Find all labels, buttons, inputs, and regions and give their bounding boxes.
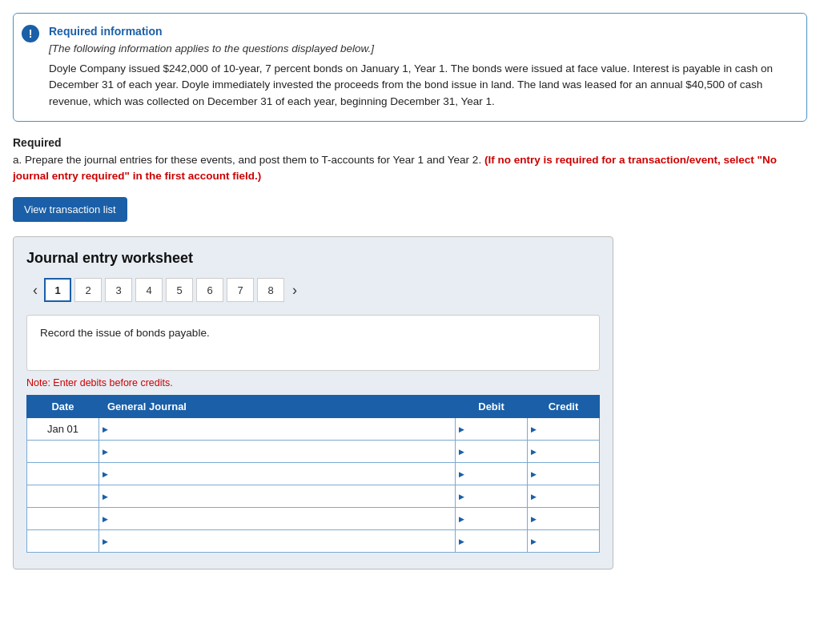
debit-cell-2[interactable] xyxy=(456,463,528,485)
journal-cell-0[interactable] xyxy=(99,418,456,441)
pagination: ‹ 12345678 › xyxy=(26,278,600,302)
required-section: Required a. Prepare the journal entries … xyxy=(13,136,807,185)
credit-cell-1[interactable] xyxy=(528,441,600,463)
page-num-5[interactable]: 5 xyxy=(166,278,193,302)
debit-cell-5[interactable] xyxy=(456,530,528,553)
table-row xyxy=(27,508,600,530)
date-cell-3 xyxy=(27,485,99,508)
info-body: Doyle Company issued $242,000 of 10-year… xyxy=(49,61,794,110)
date-cell-1 xyxy=(27,441,99,463)
journal-table: Date General Journal Debit Credit Jan 01 xyxy=(26,395,600,553)
required-body: a. Prepare the journal entries for these… xyxy=(13,152,807,185)
credit-cell-4[interactable] xyxy=(528,508,600,530)
journal-entry-worksheet: Journal entry worksheet ‹ 12345678 › Rec… xyxy=(13,236,613,570)
info-title: Required information xyxy=(49,25,794,38)
col-header-debit: Debit xyxy=(456,396,528,418)
credit-input-3[interactable] xyxy=(538,485,599,507)
page-num-2[interactable]: 2 xyxy=(74,278,102,302)
table-row: Jan 01 xyxy=(27,418,600,441)
journal-cell-2[interactable] xyxy=(99,463,456,485)
debit-cell-4[interactable] xyxy=(456,508,528,530)
credit-cell-0[interactable] xyxy=(528,418,600,441)
page-num-8[interactable]: 8 xyxy=(257,278,284,302)
pagination-prev-button[interactable]: ‹ xyxy=(26,279,44,302)
view-transaction-list-button[interactable]: View transaction list xyxy=(13,197,127,222)
journal-cell-5[interactable] xyxy=(99,530,456,553)
date-cell-5 xyxy=(27,530,99,553)
journal-input-0[interactable] xyxy=(110,418,455,440)
table-row xyxy=(27,463,600,485)
debit-cell-0[interactable] xyxy=(456,418,528,441)
credit-input-0[interactable] xyxy=(538,418,599,440)
date-cell-4 xyxy=(27,508,99,530)
info-box: ! Required information [The following in… xyxy=(13,13,807,122)
debit-cell-1[interactable] xyxy=(456,441,528,463)
col-header-credit: Credit xyxy=(528,396,600,418)
debit-input-1[interactable] xyxy=(466,441,527,462)
journal-input-4[interactable] xyxy=(110,508,455,529)
page-num-6[interactable]: 6 xyxy=(196,278,223,302)
debit-input-2[interactable] xyxy=(466,463,527,485)
debit-input-4[interactable] xyxy=(466,508,527,529)
journal-input-5[interactable] xyxy=(110,530,455,552)
col-header-date: Date xyxy=(27,396,99,418)
debit-input-3[interactable] xyxy=(466,485,527,507)
page-num-4[interactable]: 4 xyxy=(135,278,163,302)
credit-input-2[interactable] xyxy=(538,463,599,485)
record-description-box: Record the issue of bonds payable. xyxy=(26,315,600,371)
journal-cell-1[interactable] xyxy=(99,441,456,463)
info-subtitle: [The following information applies to th… xyxy=(49,42,794,54)
note-text: Note: Enter debits before credits. xyxy=(26,377,600,388)
record-description-text: Record the issue of bonds payable. xyxy=(40,327,210,339)
debit-input-5[interactable] xyxy=(466,530,527,552)
credit-cell-2[interactable] xyxy=(528,463,600,485)
pagination-next-button[interactable]: › xyxy=(286,279,303,302)
journal-input-2[interactable] xyxy=(110,463,455,485)
worksheet-title: Journal entry worksheet xyxy=(26,250,600,267)
debit-input-0[interactable] xyxy=(466,418,527,440)
journal-cell-3[interactable] xyxy=(99,485,456,508)
credit-cell-5[interactable] xyxy=(528,530,600,553)
journal-input-1[interactable] xyxy=(110,441,455,462)
credit-input-4[interactable] xyxy=(538,508,599,529)
credit-input-5[interactable] xyxy=(538,530,599,552)
required-body-plain: a. Prepare the journal entries for these… xyxy=(13,154,481,166)
date-cell-0: Jan 01 xyxy=(27,418,99,441)
credit-cell-3[interactable] xyxy=(528,485,600,508)
alert-icon: ! xyxy=(22,25,39,42)
page-num-7[interactable]: 7 xyxy=(227,278,254,302)
table-row xyxy=(27,530,600,553)
table-row xyxy=(27,485,600,508)
date-cell-2 xyxy=(27,463,99,485)
table-row xyxy=(27,441,600,463)
required-title: Required xyxy=(13,136,807,149)
credit-input-1[interactable] xyxy=(538,441,599,462)
page-num-3[interactable]: 3 xyxy=(105,278,132,302)
journal-input-3[interactable] xyxy=(110,485,455,507)
debit-cell-3[interactable] xyxy=(456,485,528,508)
col-header-journal: General Journal xyxy=(99,396,456,418)
page-num-1[interactable]: 1 xyxy=(44,278,71,302)
journal-cell-4[interactable] xyxy=(99,508,456,530)
